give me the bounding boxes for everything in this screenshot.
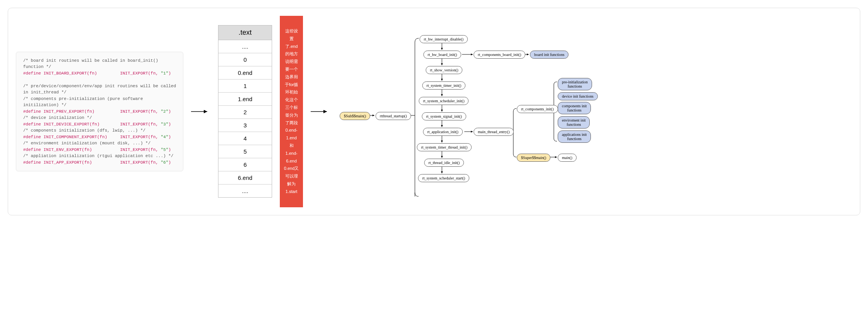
code-token: "2" <box>161 109 169 114</box>
table-row: 5 <box>218 145 272 158</box>
node-scheduler-init: rt_system_scheduler_init() <box>419 97 469 105</box>
node-pre-init: pre-initialization functions <box>558 78 592 90</box>
table-row: 6 <box>218 158 272 171</box>
code-comment: /* components initialization (dfs, lwip,… <box>23 128 146 133</box>
code-line: #define INIT_COMPONENT_EXPORT(fn) <box>23 135 107 139</box>
annotation-text: 这些设置了.end的地方说明需要一个边界用于for循环初始化这个三个标签分为了两… <box>284 27 299 196</box>
node-env-init: enviroment init functions <box>558 116 590 129</box>
code-token: "5" <box>161 147 169 152</box>
node-sub-main: $Sub$$main() <box>340 112 370 120</box>
code-token: "4" <box>161 135 169 139</box>
code-token: INIT_EXPORT(fn, <box>120 71 158 76</box>
code-token: "6" <box>161 160 169 165</box>
node-comp-init-fn: components init functions <box>558 102 591 114</box>
code-token: INIT_EXPORT(fn, <box>120 109 158 114</box>
code-line: #define INIT_BOARD_EXPORT(fn) <box>23 71 97 76</box>
code-token: ) <box>168 71 171 76</box>
node-board-init-fn: board init functions <box>530 51 569 59</box>
node-main-thread: main_thread_entry() <box>474 128 514 136</box>
table-row: 1 <box>218 80 272 93</box>
code-token: ) <box>168 160 171 165</box>
node-main: main() <box>558 154 577 162</box>
code-comment: /* components pre-initialization (pure s… <box>23 96 143 108</box>
text-section-table: .text .... 0 0.end 1 1.end 2 3 4 5 6 6.e… <box>218 25 272 198</box>
node-super-main: $Super$$main() <box>517 154 550 162</box>
arrow-icon <box>311 108 330 115</box>
code-token: INIT_EXPORT(fn, <box>120 135 158 139</box>
code-comment: /* environment initialization (mount dis… <box>23 141 151 146</box>
table-row: 2 <box>218 106 272 119</box>
node-idle-init: rt_thread_idle_init() <box>424 159 464 167</box>
code-token: "1" <box>161 71 169 76</box>
code-line: #define INIT_APP_EXPORT(fn) <box>23 160 92 165</box>
table-row: 1.end <box>218 93 272 106</box>
node-signal-init: rt_system_signal_init() <box>422 112 466 120</box>
node-timer-init: rt_system_timer_init() <box>422 81 465 90</box>
code-token: INIT_EXPORT(fn, <box>120 160 158 165</box>
node-timer-thread: rt_system_timer_thread_init() <box>417 143 472 151</box>
code-line: #define INIT_PREV_EXPORT(fn) <box>23 109 95 114</box>
table-row: .... <box>218 185 272 197</box>
code-line: #define INIT_DEVICE_EXPORT(fn) <box>23 122 100 127</box>
code-token: INIT_EXPORT(fn, <box>120 147 158 152</box>
node-app-init: rt_application_init() <box>423 128 463 136</box>
flowchart: $Sub$$main() rtthread_startup() rt_hw_in… <box>338 27 852 196</box>
code-comment: /* appliation initialization (rtgui appl… <box>23 154 173 158</box>
node-hw-board: rt_hw_board_init() <box>423 51 461 59</box>
code-token: ) <box>168 135 171 139</box>
node-show-version: rt_show_version() <box>426 66 462 74</box>
code-token: "3" <box>161 122 169 127</box>
code-token: ) <box>168 147 171 152</box>
code-line: #define INIT_ENV_EXPORT(fn) <box>23 147 92 152</box>
arrow-icon <box>191 108 210 115</box>
table-row: 0 <box>218 53 272 66</box>
node-rtthread-startup: rtthread_startup() <box>376 112 411 120</box>
table-row: 0.end <box>218 66 272 80</box>
code-token: INIT_EXPORT(fn, <box>120 122 158 127</box>
node-comp-board: rt_components_board_init() <box>474 51 525 59</box>
diagram-container: /* board init routines will be called in… <box>8 8 860 215</box>
code-block: /* board init routines will be called in… <box>16 52 183 172</box>
code-comment: /* board init routines will be called in… <box>23 58 158 69</box>
node-scheduler-start: rt_system_scheduler_start() <box>418 174 469 182</box>
code-token: ) <box>168 122 171 127</box>
table-row: 6.end <box>218 171 272 185</box>
table-row: 4 <box>218 132 272 145</box>
annotation-panel: 这些设置了.end的地方说明需要一个边界用于for循环初始化这个三个标签分为了两… <box>280 16 303 207</box>
code-token: ) <box>168 109 171 114</box>
node-comp-init: rt_components_init() <box>517 105 558 113</box>
code-comment: /* device initialization */ <box>23 115 92 120</box>
node-app-init-fn: applications init functions <box>558 130 591 143</box>
node-hw-interrupt: rt_hw_interrupt_disable() <box>420 35 468 43</box>
code-comment: /* pre/device/component/env/app init rou… <box>23 84 176 95</box>
node-dev-init: device init functions <box>558 92 598 100</box>
table-row: .... <box>218 40 272 53</box>
table-row: 3 <box>218 119 272 132</box>
table-header: .text <box>218 25 272 40</box>
